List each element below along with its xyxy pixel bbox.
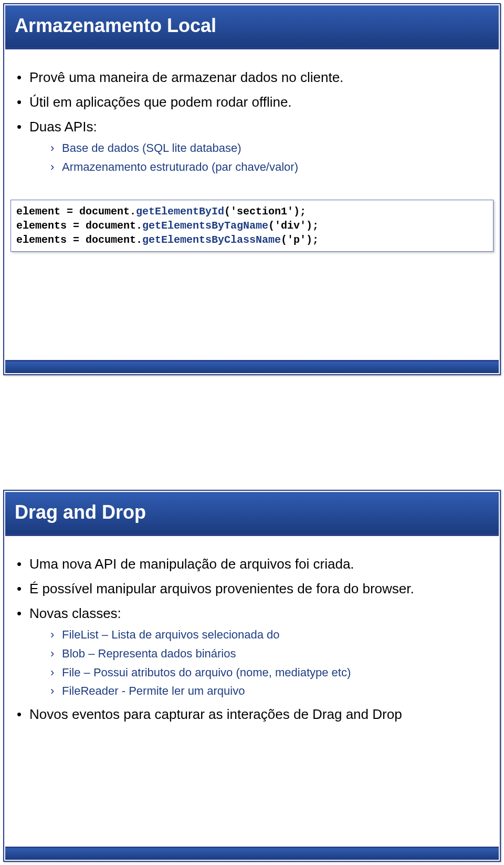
slide-gap [0, 378, 504, 487]
bullet-text: Útil em aplicações que podem rodar offli… [29, 94, 292, 110]
bullet-text: Uma nova API de manipulação de arquivos … [29, 556, 354, 572]
sub-bullet: Armazenamento estruturado (par chave/val… [50, 159, 489, 175]
code-text: ('p'); [281, 234, 319, 246]
bottom-band [5, 848, 499, 860]
slide-title: Drag and Drop [5, 492, 499, 523]
sub-bullet-text: FileReader - Permite ler um arquivo [62, 684, 245, 697]
slide-armazenamento-local: Armazenamento Local Provê uma maneira de… [0, 0, 504, 378]
bullet: Provê uma maneira de armazenar dados no … [15, 68, 489, 87]
code-keyword: getElementsByClassName [142, 234, 281, 246]
code-line: elements = document.getElementsByClassNa… [16, 233, 488, 247]
bullet: Novos eventos para capturar as interaçõe… [15, 705, 489, 724]
slide-title: Armazenamento Local [5, 5, 499, 37]
code-keyword: getElementsByTagName [142, 220, 268, 232]
bullet-text: Provê uma maneira de armazenar dados no … [29, 69, 343, 85]
title-band: Armazenamento Local [5, 5, 499, 47]
bullet: Útil em aplicações que podem rodar offli… [15, 93, 489, 111]
sub-bullet-text: Base de dados (SQL lite database) [62, 141, 242, 155]
sub-bullet-text: File – Possui atributos do arquivo (nome… [62, 666, 351, 679]
code-box: element = document.getElementById('secti… [10, 200, 494, 252]
code-text: ('div'); [268, 220, 319, 232]
slide-frame [3, 3, 501, 375]
title-underline [5, 534, 499, 536]
title-underline [5, 47, 499, 49]
slide-content: Provê uma maneira de armazenar dados no … [15, 68, 489, 181]
sub-bullet: FileList – Lista de arquivos selecionada… [50, 627, 489, 643]
slide-content: Uma nova API de manipulação de arquivos … [15, 555, 489, 730]
bullet-text: Novas classes: [29, 605, 121, 621]
sub-bullet: FileReader - Permite ler um arquivo [50, 683, 489, 699]
code-text: element = document. [16, 205, 136, 218]
bullet-text: Novos eventos para capturar as interaçõe… [29, 706, 402, 722]
sub-bullet-text: Armazenamento estruturado (par chave/val… [62, 160, 298, 173]
code-keyword: getElementById [136, 205, 224, 218]
sub-bullet-text: FileList – Lista de arquivos selecionada… [62, 628, 280, 641]
slide-drag-and-drop: Drag and Drop Uma nova API de manipulaçã… [0, 487, 504, 865]
bullet: Uma nova API de manipulação de arquivos … [15, 555, 489, 573]
title-band: Drag and Drop [5, 492, 499, 534]
bullet: É possível manipular arquivos provenient… [15, 580, 489, 598]
bullet-text: É possível manipular arquivos provenient… [29, 581, 414, 596]
sub-bullet-text: Blob – Representa dados binários [62, 647, 236, 660]
sub-bullet: Base de dados (SQL lite database) [50, 140, 489, 156]
bullet-text: Duas APIs: [29, 119, 97, 135]
code-text: elements = document. [16, 234, 142, 246]
sub-bullet: Blob – Representa dados binários [50, 646, 489, 662]
code-line: elements = document.getElementsByTagName… [16, 219, 488, 233]
sub-bullet: File – Possui atributos do arquivo (nome… [50, 665, 489, 681]
bullet: Duas APIs: Base de dados (SQL lite datab… [15, 118, 489, 174]
bottom-band [5, 362, 499, 373]
code-text: ('section1'); [224, 205, 306, 218]
code-text: elements = document. [16, 220, 142, 232]
code-line: element = document.getElementById('secti… [16, 204, 488, 219]
bullet: Novas classes: FileList – Lista de arqui… [15, 604, 489, 699]
